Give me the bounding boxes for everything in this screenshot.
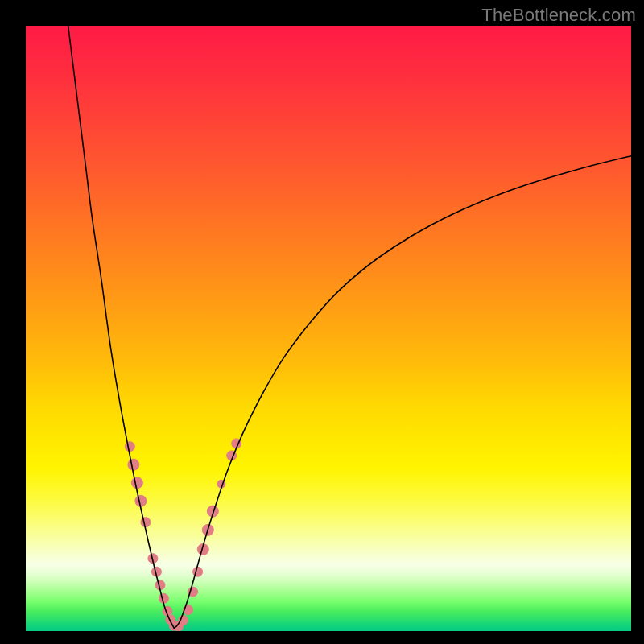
data-marker — [174, 621, 184, 631]
data-marker — [159, 593, 168, 603]
plot-area — [26, 26, 631, 631]
data-marker — [166, 615, 175, 625]
data-marker — [163, 606, 172, 616]
data-marker — [232, 439, 242, 448]
data-marker — [155, 580, 165, 590]
data-marker — [197, 543, 208, 555]
marker-layer — [125, 439, 241, 631]
data-marker — [128, 459, 139, 470]
data-marker — [227, 451, 237, 460]
data-marker — [148, 554, 158, 564]
curve-svg — [26, 26, 631, 631]
data-marker — [135, 495, 147, 506]
curve-left-branch — [68, 26, 175, 628]
data-marker — [131, 477, 142, 489]
data-marker — [125, 442, 134, 452]
data-marker — [188, 587, 198, 597]
data-marker — [207, 506, 218, 517]
curve-right-branch — [174, 156, 631, 629]
data-marker — [217, 480, 225, 488]
watermark-text: TheBottleneck.com — [481, 5, 636, 26]
data-marker — [202, 524, 213, 535]
data-marker — [151, 567, 161, 576]
data-marker — [184, 605, 193, 615]
data-marker — [169, 621, 179, 630]
data-marker — [193, 567, 203, 576]
data-marker — [141, 518, 151, 527]
chart-container: TheBottleneck.com — [0, 0, 644, 644]
data-marker — [179, 615, 188, 625]
